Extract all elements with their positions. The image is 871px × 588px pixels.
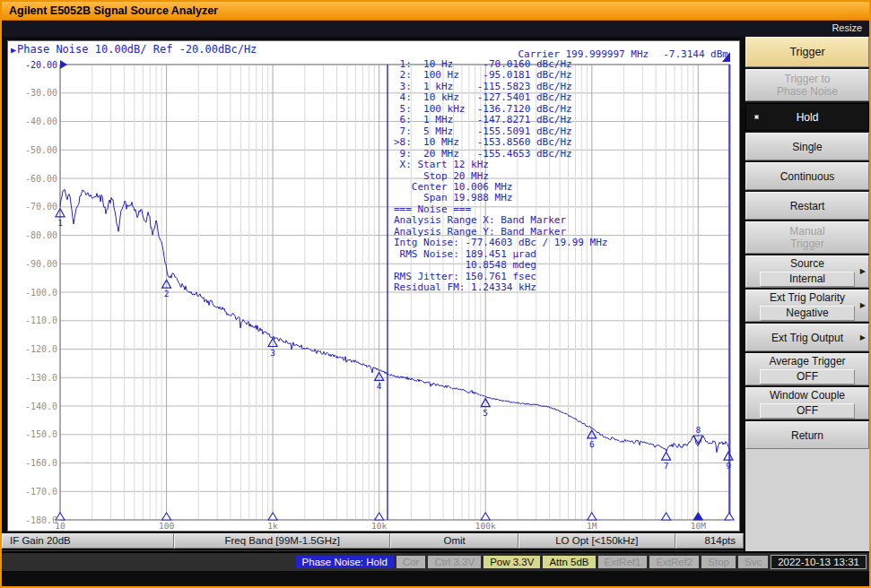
svg-text:5: 5	[483, 408, 488, 418]
marker-table: 1: 10 Hz -70.0160 dBc/Hz 2: 100 Hz -95.0…	[394, 59, 607, 294]
svg-text:-180.0: -180.0	[25, 515, 57, 525]
svg-text:-40.00: -40.00	[25, 117, 57, 126]
field-if-gain-20db[interactable]: IF Gain 20dB	[2, 533, 174, 549]
softkey-ext-trig-polarity[interactable]: Ext Trig PolarityNegative▶	[745, 290, 869, 322]
softkey-label: ManualTrigger	[789, 225, 824, 250]
softkey-continuous[interactable]: Continuous	[745, 162, 869, 190]
svg-text:10k: 10k	[371, 521, 387, 531]
softkey-manual-trigger[interactable]: ManualTrigger	[745, 221, 869, 254]
svg-text:7: 7	[664, 461, 669, 471]
softkey-ext-trig-output[interactable]: Ext Trig Output▶	[745, 324, 869, 351]
softkey-source[interactable]: SourceInternal▶	[745, 255, 869, 288]
softkey-label: Average Trigger	[769, 355, 845, 368]
status-phase-noise-hold: Phase Noise: Hold	[296, 556, 394, 568]
analysis-line: X: Start 12 kHz	[394, 160, 607, 170]
menu-strip: Resize	[2, 21, 869, 37]
phase-noise-panel: 101001k10k100k1M10M123456789-20.00-30.00…	[7, 40, 740, 532]
instrument-status-bar: Phase Noise: HoldCorCtrl 3.3VPow 3.3VAtt…	[2, 551, 869, 571]
svg-text:6: 6	[589, 439, 595, 449]
main-area: 101001k10k100k1M10M123456789-20.00-30.00…	[2, 37, 869, 567]
app-title: Agilent E5052B Signal Source Analyzer	[9, 4, 218, 17]
svg-text:-50.00: -50.00	[25, 145, 57, 155]
softkey-label: Single	[792, 141, 822, 153]
svg-text:-70.00: -70.00	[25, 202, 57, 212]
svg-text:-60.00: -60.00	[25, 174, 57, 184]
softkey-label: Restart	[790, 200, 825, 212]
svg-text:9: 9	[726, 461, 731, 471]
svg-text:-160.0: -160.0	[25, 458, 57, 468]
softkey-return[interactable]: Return	[745, 421, 869, 449]
svg-text:-150.0: -150.0	[25, 429, 57, 439]
marker-row: >8: 10 MHz -153.8560 dBc/Hz	[394, 137, 607, 148]
field-814pts[interactable]: 814pts	[675, 533, 744, 549]
softkey-label: Trigger toPhase Noise	[777, 73, 838, 98]
softkey-value: OFF	[760, 369, 855, 385]
status-extref1: ExtRef1	[598, 556, 648, 568]
svg-text:100: 100	[159, 521, 174, 531]
softkey-single[interactable]: Single	[745, 133, 869, 160]
svg-text:-100.0: -100.0	[25, 288, 57, 298]
softkey-average-trigger[interactable]: Average TriggerOFF	[745, 353, 869, 385]
svg-text:-30.00: -30.00	[25, 88, 57, 98]
svg-text:3: 3	[270, 348, 275, 358]
status-stop: Stop	[701, 556, 736, 568]
status-2022-10-13-13-31: 2022-10-13 13:31	[771, 555, 867, 569]
svg-text:-110.0: -110.0	[25, 316, 57, 325]
svg-text:1k: 1k	[267, 521, 278, 531]
instrument-screen: Agilent E5052B Signal Source Analyzer Re…	[0, 0, 871, 588]
softkey-hold[interactable]: Hold	[745, 103, 869, 131]
svg-text:-170.0: -170.0	[25, 487, 57, 497]
analysis-line: Intg Noise: -77.4603 dBc / 19.99 MHz	[394, 238, 607, 248]
status-extref2: ExtRef2	[649, 556, 699, 568]
svg-text:8: 8	[695, 425, 701, 435]
status-pow-3-3v: Pow 3.3V	[483, 556, 540, 568]
softkey-label: Ext Trig Polarity	[770, 291, 845, 304]
svg-text:-90.00: -90.00	[25, 259, 57, 269]
svg-text:-120.0: -120.0	[25, 344, 57, 354]
display-column: 101001k10k100k1M10M123456789-20.00-30.00…	[2, 37, 744, 567]
softkey-label: Source	[790, 257, 824, 270]
softkey-trigger-to-phase-noise[interactable]: Trigger toPhase Noise	[745, 69, 869, 101]
status-svc: Svc	[738, 556, 768, 568]
analysis-line: 10.8548 mdeg	[394, 260, 607, 271]
svg-text:-80.00: -80.00	[25, 230, 57, 240]
svg-text:10M: 10M	[691, 521, 706, 531]
status-ctrl-3-3v: Ctrl 3.3V	[428, 556, 481, 568]
softkey-label: Hold	[797, 111, 819, 124]
softkey-trigger[interactable]: Trigger	[745, 37, 869, 67]
svg-text:4: 4	[377, 381, 382, 391]
resize-button[interactable]: Resize	[832, 22, 862, 33]
softkey-label: Trigger	[789, 46, 824, 58]
selected-indicator-icon	[754, 115, 759, 119]
softkey-value: Internal	[760, 272, 855, 287]
softkey-label: Window Couple	[770, 389, 845, 402]
softkey-menu: TriggerTrigger toPhase NoiseHoldSingleCo…	[745, 37, 869, 567]
svg-text:-140.0: -140.0	[25, 402, 57, 411]
softkey-restart[interactable]: Restart	[745, 192, 869, 220]
marker-row: 6: 1 MHz -147.8271 dBc/Hz	[394, 115, 607, 125]
softkey-value: Negative	[760, 306, 855, 321]
submenu-arrow-icon: ▶	[860, 333, 866, 342]
status-cor: Cor	[396, 556, 426, 568]
softkey-field-row: IF Gain 20dBFreq Band [99M-1.5GHz]OmitLO…	[2, 533, 744, 549]
analysis-line: Residual FM: 1.24334 kHz	[394, 282, 607, 293]
carrier-power: -7.3144 dBm	[649, 48, 728, 60]
svg-text:1M: 1M	[587, 521, 597, 531]
field-omit[interactable]: Omit	[390, 533, 518, 549]
submenu-arrow-icon: ▶	[860, 267, 866, 275]
softkey-stack: TriggerTrigger toPhase NoiseHoldSingleCo…	[745, 37, 869, 449]
phase-noise-chart: 101001k10k100k1M10M123456789-20.00-30.00…	[8, 41, 739, 531]
softkey-window-couple[interactable]: Window CoupleOFF	[745, 387, 869, 419]
status-attn-5db: Attn 5dB	[543, 556, 595, 568]
softkey-label: Ext Trig Output	[771, 332, 843, 344]
svg-text:100k: 100k	[475, 521, 496, 531]
analysis-line: Analysis Range X: Band Marker	[394, 215, 607, 226]
svg-text:2: 2	[164, 289, 170, 298]
softkey-label: Return	[791, 429, 823, 442]
svg-text:-130.0: -130.0	[25, 373, 57, 383]
softkey-value: OFF	[760, 403, 855, 419]
field-freq-band-99m-1-5ghz[interactable]: Freq Band [99M-1.5GHz]	[174, 533, 391, 549]
field-lo-opt-150khz[interactable]: LO Opt [<150kHz]	[518, 533, 675, 549]
marker-row: 4: 10 kHz -127.5401 dBc/Hz	[394, 92, 607, 103]
svg-text:-20.00: -20.00	[25, 60, 57, 70]
